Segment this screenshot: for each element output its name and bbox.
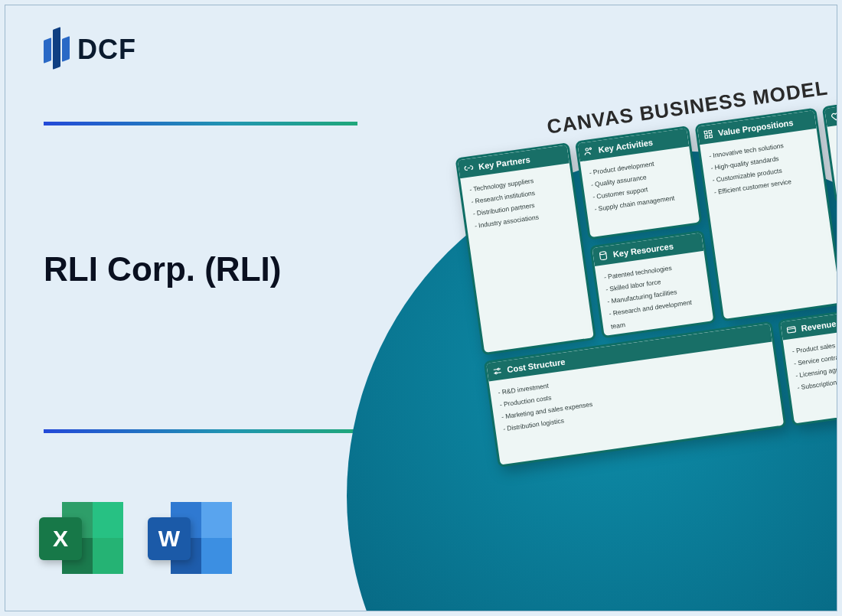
card-title: Revenue S	[801, 318, 837, 333]
database-icon	[597, 249, 609, 262]
card-body: Patented technologiesSkilled labor force…	[595, 251, 714, 339]
logo-bars-icon	[44, 28, 70, 71]
grid-icon	[702, 129, 714, 141]
excel-badge: X	[39, 517, 82, 560]
people-icon	[583, 145, 595, 158]
word-badge: W	[148, 517, 191, 560]
card-icon	[785, 324, 798, 336]
svg-point-1	[589, 148, 592, 150]
svg-rect-11	[787, 327, 795, 333]
svg-point-2	[599, 251, 606, 255]
card-revenue: Revenue S Product salesService contracts…	[778, 297, 837, 426]
card-title: Key Partners	[478, 155, 530, 171]
logo-text: DCF	[77, 34, 136, 66]
card-key-resources: Key Resources Patented technologiesSkill…	[589, 230, 716, 339]
card-value-propositions: Value Propositions Innovative tech solut…	[694, 108, 837, 322]
svg-rect-3	[704, 131, 707, 134]
link-icon	[462, 162, 475, 174]
svg-rect-5	[705, 135, 708, 139]
divider-top	[44, 122, 357, 125]
svg-point-9	[498, 368, 500, 370]
canvas-board: CANVAS BUSINESS MODEL Key Partners Techn…	[451, 63, 837, 468]
svg-point-0	[586, 148, 589, 152]
card-key-activities: Key Activities Product developmentQualit…	[575, 125, 703, 240]
heart-icon	[830, 110, 837, 122]
svg-rect-6	[710, 135, 713, 138]
excel-icon: X	[39, 496, 123, 580]
svg-rect-4	[709, 130, 712, 133]
word-icon: W	[148, 496, 232, 580]
sliders-icon	[491, 365, 504, 377]
svg-point-10	[495, 372, 498, 374]
dcf-logo: DCF	[44, 28, 136, 71]
page-title: RLI Corp. (RLI)	[44, 250, 281, 288]
divider-bottom	[44, 429, 357, 433]
